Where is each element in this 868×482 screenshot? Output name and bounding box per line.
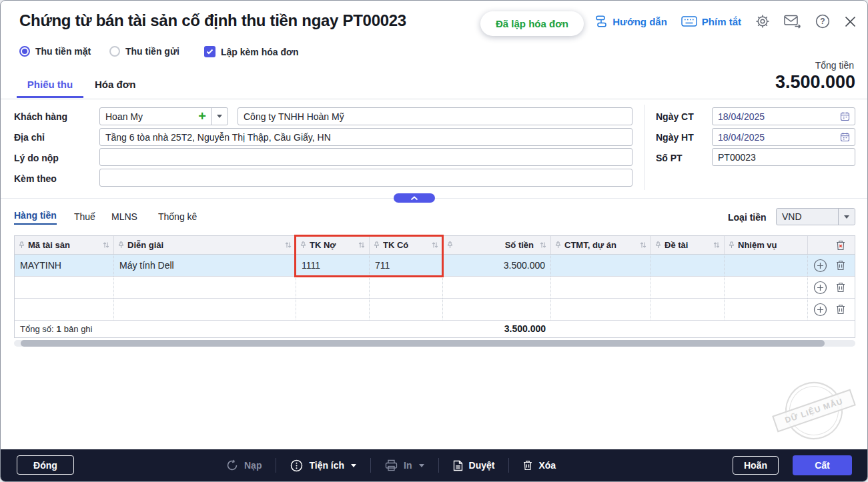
plus-circle-icon bbox=[813, 303, 827, 317]
add-row-button[interactable] bbox=[813, 259, 827, 273]
calendar-icon[interactable] bbox=[840, 132, 850, 142]
currency-dropdown-button[interactable] bbox=[838, 209, 855, 225]
column-header-nhiem-vu[interactable]: Nhiệm vụ bbox=[725, 236, 808, 255]
approve-button[interactable]: Duyệt bbox=[453, 460, 495, 471]
pin-icon[interactable] bbox=[374, 241, 380, 249]
cell-asset-code[interactable]: MAYTINH bbox=[15, 255, 114, 277]
reason-input[interactable] bbox=[99, 148, 632, 166]
empty-cell[interactable] bbox=[114, 277, 296, 299]
feedback-mail-icon[interactable] bbox=[784, 15, 801, 29]
column-header-ctmt-du-an[interactable]: CTMT, dự án bbox=[551, 236, 651, 255]
currency-select[interactable]: VND bbox=[776, 208, 855, 225]
close-icon[interactable] bbox=[844, 15, 857, 28]
empty-cell[interactable] bbox=[443, 299, 551, 321]
table-row-empty bbox=[15, 299, 855, 321]
customer-code-input[interactable] bbox=[100, 108, 198, 125]
total-amount: 3.500.000 bbox=[775, 72, 855, 93]
empty-cell[interactable] bbox=[296, 277, 370, 299]
empty-cell[interactable] bbox=[370, 277, 443, 299]
sort-icon bbox=[640, 241, 646, 249]
trash-icon bbox=[523, 460, 532, 471]
customer-dropdown-button[interactable] bbox=[211, 108, 228, 125]
empty-cell[interactable] bbox=[15, 277, 114, 299]
column-header-dien-giai[interactable]: Diễn giải bbox=[114, 236, 296, 255]
guide-link[interactable]: Hướng dẫn bbox=[594, 15, 667, 28]
cell-project[interactable] bbox=[551, 255, 651, 277]
empty-cell[interactable] bbox=[551, 277, 651, 299]
posting-date-input[interactable] bbox=[713, 129, 840, 145]
tab-thong-ke[interactable]: Thống kê bbox=[158, 211, 197, 222]
trash-icon bbox=[836, 304, 845, 315]
add-row-button[interactable] bbox=[813, 303, 827, 317]
save-button[interactable]: Cất bbox=[793, 455, 852, 475]
delete-row-button[interactable] bbox=[836, 304, 845, 315]
radio-label: Thu tiền gửi bbox=[125, 46, 179, 57]
cell-topic[interactable] bbox=[651, 255, 725, 277]
pin-icon[interactable] bbox=[555, 241, 561, 249]
customer-name-input[interactable] bbox=[238, 107, 632, 125]
reload-button[interactable]: Nạp bbox=[226, 459, 262, 471]
attachment-input[interactable] bbox=[99, 169, 632, 187]
scrollbar-thumb[interactable] bbox=[21, 340, 825, 347]
doc-date-label: Ngày CT bbox=[656, 111, 694, 122]
empty-cell[interactable] bbox=[15, 299, 114, 321]
help-icon[interactable]: ? bbox=[815, 14, 830, 29]
shortcut-link[interactable]: Phím tắt bbox=[681, 16, 741, 27]
empty-cell[interactable] bbox=[651, 299, 725, 321]
print-button[interactable]: In bbox=[385, 459, 424, 471]
column-header-de-tai[interactable]: Đề tài bbox=[651, 236, 725, 255]
pin-icon[interactable] bbox=[447, 241, 453, 249]
empty-cell[interactable] bbox=[551, 299, 651, 321]
empty-cell[interactable] bbox=[443, 277, 551, 299]
delete-all-rows-button[interactable] bbox=[808, 236, 855, 255]
add-customer-icon[interactable]: + bbox=[198, 109, 211, 124]
tab-phieu-thu[interactable]: Phiếu thu bbox=[17, 79, 83, 90]
cell-debit-account[interactable]: 1111 bbox=[296, 255, 370, 277]
collapse-button[interactable] bbox=[394, 193, 435, 203]
pin-icon[interactable] bbox=[729, 241, 735, 249]
horizontal-scrollbar[interactable] bbox=[14, 340, 855, 347]
pin-icon[interactable] bbox=[655, 241, 661, 249]
utilities-button[interactable]: Tiện ích bbox=[290, 459, 356, 472]
pin-icon[interactable] bbox=[118, 241, 124, 249]
radio-thu-tien-mat[interactable]: Thu tiền mặt bbox=[19, 46, 91, 57]
radio-thu-tien-gui[interactable]: Thu tiền gửi bbox=[109, 46, 179, 57]
row-actions bbox=[808, 255, 855, 277]
pin-icon[interactable] bbox=[300, 241, 306, 249]
empty-cell[interactable] bbox=[370, 299, 443, 321]
empty-cell[interactable] bbox=[725, 277, 808, 299]
empty-cell[interactable] bbox=[114, 299, 296, 321]
guide-icon bbox=[594, 15, 608, 28]
plus-circle-icon bbox=[813, 259, 827, 273]
address-input[interactable] bbox=[99, 128, 632, 146]
receipt-no-input[interactable] bbox=[712, 148, 855, 166]
cell-amount[interactable]: 3.500.000 bbox=[443, 255, 551, 277]
cell-description[interactable]: Máy tính Dell bbox=[114, 255, 296, 277]
delete-row-button[interactable] bbox=[836, 260, 845, 271]
checkbox-lap-kem-hoa-don[interactable]: Lập kèm hóa đơn bbox=[204, 46, 299, 57]
tab-thue[interactable]: Thuế bbox=[74, 211, 95, 222]
doc-date-input[interactable] bbox=[713, 108, 840, 125]
empty-cell[interactable] bbox=[725, 299, 808, 321]
chevron-down-icon bbox=[844, 215, 849, 219]
postpone-button[interactable]: Hoãn bbox=[733, 456, 779, 475]
delete-row-button[interactable] bbox=[836, 282, 845, 293]
delete-button[interactable]: Xóa bbox=[523, 460, 556, 471]
column-header-tk-no[interactable]: TK Nợ bbox=[296, 236, 370, 255]
cell-credit-account[interactable]: 711 bbox=[370, 255, 443, 277]
calendar-icon[interactable] bbox=[840, 111, 850, 121]
column-header-tk-co[interactable]: TK Có bbox=[370, 236, 443, 255]
column-header-so-tien[interactable]: Số tiền bbox=[443, 236, 551, 255]
tab-hang-tien[interactable]: Hàng tiền bbox=[14, 210, 57, 225]
tab-hoa-don[interactable]: Hóa đơn bbox=[95, 79, 136, 90]
pin-icon[interactable] bbox=[19, 241, 25, 249]
tab-mlns[interactable]: MLNS bbox=[111, 211, 137, 222]
empty-cell[interactable] bbox=[296, 299, 370, 321]
stamp-text: DỮ LIỆU MẪU bbox=[772, 389, 856, 433]
close-button[interactable]: Đóng bbox=[17, 455, 74, 475]
settings-icon[interactable] bbox=[755, 14, 770, 29]
column-header-ma-tai-san[interactable]: Mã tài sản bbox=[15, 236, 114, 255]
empty-cell[interactable] bbox=[651, 277, 725, 299]
add-row-button[interactable] bbox=[813, 281, 827, 295]
cell-task[interactable] bbox=[725, 255, 808, 277]
